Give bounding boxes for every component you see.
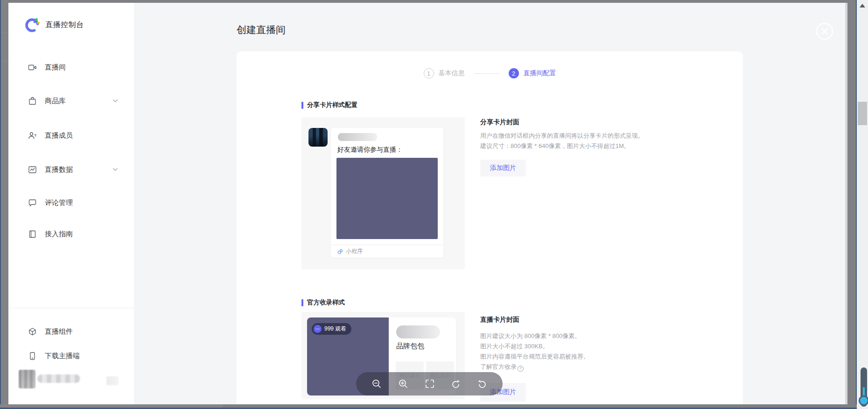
app-logo-icon [23,16,41,34]
sidebar-item-label: 直播成员 [45,131,73,140]
sidebar-item-comment-management[interactable]: 评论管理 [28,197,126,208]
share-card-footer: 小程序 [331,245,443,258]
wechat-share-card: 好友邀请你参与直播： 小程序 [331,128,443,258]
live-cover-filesize-line: 图片大小不超过 300KB。 [480,342,549,351]
cube-icon [28,327,37,336]
video-camera-icon [28,63,37,72]
scrollbar-thumb[interactable] [858,102,867,125]
modal-panel: 1 基本信息 2 直播间配置 分享卡片样式配置 [237,51,743,404]
step-basic-info[interactable]: 1 基本信息 [424,68,465,78]
help-link-text[interactable]: 了解官方收录 [480,363,517,370]
app-title: 直播控制台 [45,20,84,30]
live-console-app: 直播控制台 直播间 商品库 [8,3,845,404]
sidebar-item-label: 直播组件 [45,327,73,336]
sidebar-item-live-members[interactable]: 直播成员 [28,130,126,141]
chevron-down-icon[interactable] [112,99,118,103]
member-icon [28,131,37,140]
account-badge-redacted [106,376,119,385]
chevron-down-icon[interactable] [112,168,118,171]
bottom-scrollbar-segment[interactable] [0,404,223,408]
touch-cursor-dot [859,395,868,406]
live-status-icon: ··· [314,325,322,333]
left-border-seam [1,61,8,61]
live-cover-size-line: 图片建议大小为 800像素 * 800像素。 [480,332,581,340]
sidebar-item-live-components[interactable]: 直播组件 [28,326,126,337]
rotate-right-icon[interactable] [477,379,488,389]
sidebar-item-download-anchor-app[interactable]: 下载主播端 [28,350,126,361]
zoom-out-icon[interactable] [371,379,382,389]
step-number: 2 [509,68,519,78]
shopping-bag-icon [28,97,37,106]
sidebar-divider [8,308,134,308]
sidebar-item-label: 直播间 [45,63,66,72]
miniprogram-label: 小程序 [346,247,363,255]
phone-icon [28,352,37,360]
question-mark-icon[interactable]: ? [518,366,524,372]
sidebar-item-label: 评论管理 [45,198,73,207]
share-cover-size-line: 建议尺寸：800像素 * 640像素，图片大小不得超过1M。 [480,142,630,150]
add-image-button-share[interactable]: 添加图片 [480,160,526,176]
scrollbar-up-arrow-icon[interactable] [860,4,865,7]
chart-icon [28,165,37,174]
app-logo-row: 直播控制台 [23,16,84,34]
sidebar: 直播控制台 直播间 商品库 [8,3,134,404]
wechat-avatar-image [308,128,328,147]
share-card-section-header: 分享卡片样式配置 [301,101,357,109]
share-cover-placeholder [336,158,438,239]
wizard-steps: 1 基本信息 2 直播间配置 [237,68,743,78]
account-avatar[interactable] [19,370,35,388]
step-room-config[interactable]: 2 直播间配置 [509,68,556,78]
shop-name-redacted [396,325,440,338]
sidebar-item-label: 直播数据 [45,165,73,174]
section-accent-bar [301,102,303,109]
step-number: 1 [424,68,434,78]
rotate-left-icon[interactable] [450,379,461,389]
live-cover-heading: 直播卡片封面 [480,316,519,324]
account-name-redacted [37,374,80,383]
sidebar-item-live-data[interactable]: 直播数据 [28,164,126,175]
step-label: 基本信息 [439,69,465,78]
section-title: 分享卡片样式配置 [307,101,357,109]
window-bottom-border [0,404,857,408]
live-cover-policy-line: 图片内容遵循平台规范后更容易被推荐。 [480,353,589,361]
section-title: 官方收录样式 [307,298,345,307]
image-preview-toolbar [356,372,503,395]
step-connector [474,73,499,74]
sidebar-item-product-library[interactable]: 商品库 [28,95,126,106]
browser-scrollbar[interactable] [857,0,868,409]
miniprogram-link-icon [337,249,343,254]
modal-title: 创建直播间 [237,23,286,36]
official-listing-section-header: 官方收录样式 [301,298,345,307]
share-cover-desc-line: 用户在微信对话框内分享的直播间将以分享卡片的形式呈现。 [480,132,644,140]
guide-book-icon [28,230,37,239]
close-button[interactable] [816,22,833,40]
sidebar-item-label: 商品库 [45,97,66,106]
viewer-count-label: 999 观看 [324,325,346,333]
share-card-preview-panel: 好友邀请你参与直播： 小程序 [301,117,465,269]
sender-name-redacted [338,133,377,141]
zoom-in-icon[interactable] [398,379,409,389]
window-left-border [0,0,8,409]
invite-text: 好友邀请你参与直播： [337,146,403,154]
viewer-count-badge: ··· 999 观看 [312,323,351,335]
section-accent-bar [301,299,303,306]
sidebar-item-label: 下载主播端 [45,352,80,360]
live-card-title: 品牌包包 [396,342,424,351]
fullscreen-icon[interactable] [425,379,435,389]
step-label: 直播间配置 [524,69,556,78]
comment-icon [28,198,37,207]
sidebar-item-live-room[interactable]: 直播间 [28,62,126,73]
inner-scrollbar-thumb[interactable] [847,0,856,409]
sidebar-item-integration-guide[interactable]: 接入指南 [28,228,126,240]
window-left-focus-line [0,0,1,409]
share-cover-heading: 分享卡片封面 [480,118,519,127]
sidebar-item-label: 接入指南 [45,230,73,239]
modal-backdrop: 创建直播间 1 基本信息 2 直播间配置 [134,3,845,404]
official-listing-help-line: 了解官方收录? [480,363,524,372]
screenshot-stage: 直播控制台 直播间 商品库 [0,0,868,409]
left-border-seam [1,33,8,33]
